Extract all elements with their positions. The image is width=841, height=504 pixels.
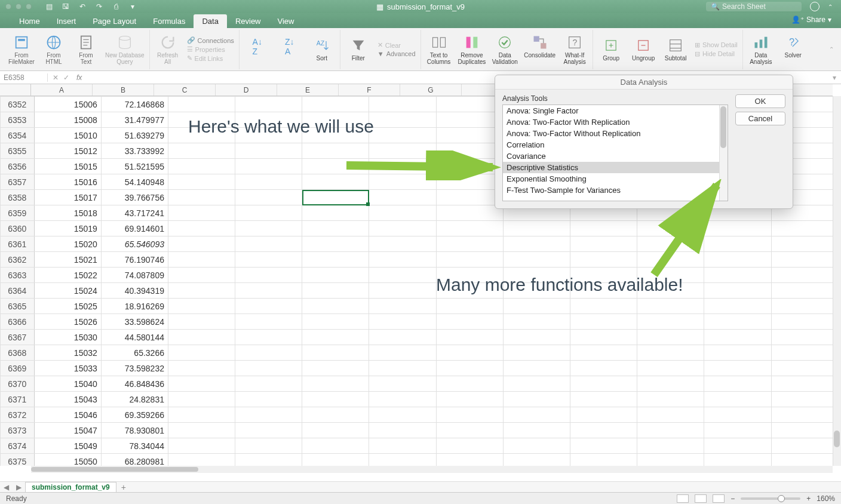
data-analysis-button[interactable]: DataAnalysis	[748, 34, 774, 65]
undo-icon[interactable]: ↶	[78, 2, 87, 11]
analysis-tools-list[interactable]: Anova: Single FactorAnova: Two-Factor Wi…	[502, 105, 728, 201]
cancel-button[interactable]: Cancel	[735, 112, 785, 125]
from-text-button[interactable]: FromText	[73, 34, 99, 65]
subtotal-button[interactable]: Subtotal	[662, 37, 689, 62]
cell[interactable]	[235, 454, 302, 466]
cell[interactable]	[302, 128, 369, 143]
chevron-up-icon[interactable]: ⌃	[828, 4, 833, 10]
cell[interactable]	[235, 423, 302, 438]
cell[interactable]	[436, 314, 503, 330]
cell[interactable]	[302, 283, 369, 299]
cell[interactable]	[168, 112, 235, 128]
cell[interactable]	[436, 112, 503, 128]
cell[interactable]: 15043	[34, 392, 101, 407]
properties-button[interactable]: ☰Properties	[187, 45, 225, 53]
cell[interactable]	[168, 97, 235, 112]
cell[interactable]	[436, 159, 503, 174]
cell[interactable]	[503, 454, 570, 466]
cell[interactable]	[503, 330, 570, 345]
cell[interactable]	[168, 392, 235, 407]
cell[interactable]	[503, 221, 570, 236]
cell[interactable]: 15050	[34, 454, 101, 466]
cell[interactable]	[168, 438, 235, 454]
row-header[interactable]: 6368	[1, 345, 35, 361]
cell[interactable]	[503, 376, 570, 392]
cell[interactable]	[369, 174, 436, 190]
cell[interactable]	[235, 376, 302, 392]
cell[interactable]: 65.3266	[101, 345, 168, 361]
analysis-tool-item[interactable]: Anova: Two-Factor With Replication	[503, 116, 728, 128]
cell[interactable]	[436, 283, 503, 299]
cell[interactable]	[771, 221, 833, 236]
row-header[interactable]: 6359	[1, 205, 35, 221]
cell[interactable]: 15024	[34, 283, 101, 299]
cell[interactable]: 51.521595	[101, 159, 168, 174]
cell[interactable]	[302, 112, 369, 128]
cell[interactable]	[436, 376, 503, 392]
cell[interactable]	[436, 423, 503, 438]
cell[interactable]	[369, 236, 436, 252]
row-header[interactable]: 6367	[1, 330, 35, 345]
cell[interactable]	[369, 268, 436, 283]
cell[interactable]	[168, 423, 235, 438]
cell[interactable]: 15018	[34, 205, 101, 221]
consolidate-button[interactable]: Consolidate	[524, 34, 555, 65]
cell[interactable]	[369, 345, 436, 361]
analysis-tool-item[interactable]: Descriptive Statistics	[503, 162, 728, 173]
cell[interactable]	[771, 252, 833, 268]
cell[interactable]	[302, 330, 369, 345]
collapse-ribbon-icon[interactable]: ⌃	[829, 46, 837, 53]
cell[interactable]	[771, 330, 833, 345]
cell[interactable]	[570, 345, 637, 361]
cell[interactable]: 15008	[34, 112, 101, 128]
cell[interactable]	[168, 252, 235, 268]
cell[interactable]	[302, 190, 369, 205]
tab-data[interactable]: Data	[194, 14, 226, 28]
clear-filter-button[interactable]: ✕Clear	[377, 41, 401, 49]
filter-button[interactable]: Filter	[345, 37, 372, 62]
cell[interactable]	[369, 97, 436, 112]
refresh-all-button[interactable]: RefreshAll	[155, 34, 181, 65]
cell[interactable]	[771, 314, 833, 330]
tab-formulas[interactable]: Formulas	[145, 14, 194, 28]
close-window-icon[interactable]	[5, 4, 11, 10]
cell[interactable]	[235, 159, 302, 174]
cell[interactable]	[369, 314, 436, 330]
cell[interactable]	[503, 438, 570, 454]
sort-desc-button[interactable]: Z↓A	[277, 37, 303, 62]
cell[interactable]	[570, 283, 637, 299]
cell[interactable]	[168, 314, 235, 330]
cell[interactable]: 15021	[34, 252, 101, 268]
cell[interactable]	[503, 236, 570, 252]
cell[interactable]	[503, 345, 570, 361]
cell[interactable]	[235, 345, 302, 361]
cell[interactable]	[436, 438, 503, 454]
dialog-scrollbar[interactable]	[719, 105, 728, 201]
cell[interactable]	[570, 361, 637, 376]
row-header[interactable]: 6353	[1, 112, 35, 128]
sort-asc-button[interactable]: A↓Z	[244, 37, 271, 62]
cell[interactable]	[235, 112, 302, 128]
column-header-A[interactable]: A	[31, 84, 93, 96]
cell[interactable]: 74.087809	[101, 268, 168, 283]
cell[interactable]	[302, 236, 369, 252]
cell[interactable]	[637, 392, 704, 407]
cell[interactable]	[704, 314, 771, 330]
cell[interactable]	[436, 221, 503, 236]
row-header[interactable]: 6366	[1, 314, 35, 330]
analysis-tool-item[interactable]: Anova: Single Factor	[503, 105, 728, 116]
cell[interactable]	[235, 236, 302, 252]
cell[interactable]	[637, 345, 704, 361]
cell[interactable]	[771, 268, 833, 283]
cell[interactable]: 18.916269	[101, 299, 168, 314]
cell[interactable]	[302, 454, 369, 466]
cell[interactable]: 15026	[34, 314, 101, 330]
cell[interactable]	[302, 392, 369, 407]
add-sheet-button[interactable]: +	[116, 483, 131, 492]
cell[interactable]: 15015	[34, 159, 101, 174]
cell[interactable]	[369, 159, 436, 174]
cell[interactable]	[302, 205, 369, 221]
cell[interactable]: 15020	[34, 236, 101, 252]
show-detail-button[interactable]: ⊞Show Detail	[695, 41, 738, 49]
cell[interactable]: 46.848436	[101, 376, 168, 392]
